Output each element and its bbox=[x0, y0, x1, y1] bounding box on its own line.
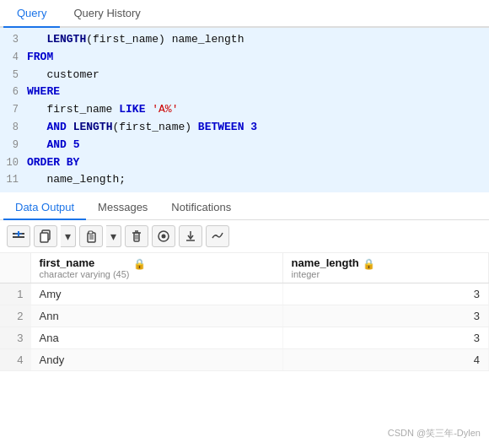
sql-text bbox=[27, 33, 46, 46]
table-row: 3Ana3 bbox=[0, 327, 489, 349]
line-content: ORDER BY bbox=[27, 154, 79, 172]
paste-dropdown-button[interactable]: ▾ bbox=[106, 225, 121, 247]
line-number: 4 bbox=[0, 50, 27, 66]
sql-line: 5 customer bbox=[0, 67, 489, 84]
sql-text: (first_name) bbox=[112, 121, 197, 133]
download-button[interactable] bbox=[179, 225, 202, 247]
filter-button[interactable] bbox=[152, 225, 175, 247]
sql-text: first_name bbox=[46, 103, 119, 116]
name-length-cell: 3 bbox=[282, 327, 488, 349]
sql-keyword: AND bbox=[46, 138, 66, 151]
sql-line: 11 name_length; bbox=[0, 171, 489, 189]
row-number-cell: 4 bbox=[0, 349, 30, 371]
line-content: AND 5 bbox=[27, 137, 79, 154]
sql-keyword: AND bbox=[46, 121, 66, 133]
add-row-button[interactable] bbox=[7, 225, 30, 247]
delete-button[interactable] bbox=[125, 225, 148, 247]
tab-notifications[interactable]: Notifications bbox=[159, 196, 243, 220]
row-number-cell: 3 bbox=[0, 327, 30, 349]
sql-text: customer bbox=[46, 68, 99, 81]
line-number: 9 bbox=[0, 138, 27, 154]
sql-line: 3 LENGTH(first_name) name_length bbox=[0, 31, 489, 49]
sql-number: 5 bbox=[73, 138, 80, 151]
svg-rect-5 bbox=[40, 233, 48, 242]
sql-editor: 3 LENGTH(first_name) name_length4FROM5 c… bbox=[0, 28, 489, 192]
row-number-cell: 1 bbox=[0, 283, 30, 305]
svg-rect-3 bbox=[15, 234, 22, 235]
table-header-row: first_name character varying (45) 🔒 name… bbox=[0, 253, 489, 283]
name-length-cell: 3 bbox=[282, 305, 488, 327]
line-content: LENGTH(first_name) name_length bbox=[27, 31, 244, 49]
line-content: name_length; bbox=[27, 171, 126, 189]
add-row-icon bbox=[12, 229, 25, 243]
sql-text bbox=[27, 103, 46, 116]
sql-line: 10ORDER BY bbox=[0, 154, 489, 172]
sql-function: LENGTH bbox=[46, 33, 86, 46]
name-length-cell: 4 bbox=[282, 349, 488, 371]
line-number: 10 bbox=[0, 155, 27, 171]
line-number: 6 bbox=[0, 84, 27, 100]
line-content: first_name LIKE 'A%' bbox=[27, 101, 178, 119]
table-row: 2Ann3 bbox=[0, 305, 489, 327]
sql-keyword: LIKE bbox=[119, 103, 145, 116]
sql-line: 9 AND 5 bbox=[0, 137, 489, 154]
sql-keyword: ORDER BY bbox=[27, 156, 79, 169]
top-tab-bar: Query Query History bbox=[0, 0, 489, 28]
line-number: 3 bbox=[0, 32, 27, 48]
svg-point-17 bbox=[162, 235, 166, 239]
col-header-first-name: first_name character varying (45) 🔒 bbox=[30, 253, 282, 283]
filter-icon bbox=[157, 229, 170, 243]
sql-line: 7 first_name LIKE 'A%' bbox=[0, 101, 489, 119]
line-number: 8 bbox=[0, 120, 27, 136]
tab-messages[interactable]: Messages bbox=[86, 196, 159, 220]
svg-rect-11 bbox=[134, 233, 139, 241]
line-number: 11 bbox=[0, 172, 27, 188]
first-name-cell: Amy bbox=[30, 283, 282, 305]
col-header-name-length: name_length integer 🔒 bbox=[282, 253, 488, 283]
watermark: CSDN @笑三年-Dylen bbox=[388, 427, 481, 440]
toolbar: ▾ ▾ bbox=[0, 220, 489, 253]
bottom-tab-bar: Data Output Messages Notifications bbox=[0, 196, 489, 220]
sql-text: (first_name) name_length bbox=[86, 33, 244, 46]
sql-number: 3 bbox=[250, 121, 257, 133]
line-content: WHERE bbox=[27, 84, 60, 101]
sql-text bbox=[67, 121, 73, 133]
download-icon bbox=[184, 229, 197, 243]
chart-icon bbox=[211, 229, 224, 243]
first-name-cell: Andy bbox=[30, 349, 282, 371]
data-output-table: first_name character varying (45) 🔒 name… bbox=[0, 253, 489, 371]
paste-icon bbox=[84, 229, 98, 243]
sql-line: 6WHERE bbox=[0, 84, 489, 101]
sql-text bbox=[67, 138, 73, 151]
sql-keyword: FROM bbox=[27, 51, 53, 63]
sql-line: 4FROM bbox=[0, 49, 489, 67]
line-content: FROM bbox=[27, 49, 53, 67]
tab-query-history[interactable]: Query History bbox=[60, 0, 153, 28]
line-content: customer bbox=[27, 67, 99, 84]
copy-icon bbox=[39, 229, 52, 243]
svg-rect-7 bbox=[89, 231, 93, 234]
sql-text bbox=[27, 121, 46, 133]
tab-data-output[interactable]: Data Output bbox=[3, 196, 86, 220]
row-number-cell: 2 bbox=[0, 305, 30, 327]
line-content: AND LENGTH(first_name) BETWEEN 3 bbox=[27, 119, 257, 137]
paste-button[interactable] bbox=[79, 225, 103, 247]
delete-icon bbox=[130, 229, 143, 243]
sql-text bbox=[27, 68, 46, 81]
sql-line: 8 AND LENGTH(first_name) BETWEEN 3 bbox=[0, 119, 489, 137]
sql-keyword: BETWEEN bbox=[198, 121, 244, 133]
line-number: 5 bbox=[0, 67, 27, 84]
table-row: 1Amy3 bbox=[0, 283, 489, 305]
chart-button[interactable] bbox=[206, 225, 229, 247]
first-name-cell: Ann bbox=[30, 305, 282, 327]
table-row: 4Andy4 bbox=[0, 349, 489, 371]
svg-rect-1 bbox=[13, 236, 24, 238]
copy-dropdown-button[interactable]: ▾ bbox=[61, 225, 76, 247]
sql-text bbox=[27, 138, 46, 151]
copy-button[interactable] bbox=[34, 225, 57, 247]
col-header-rownum bbox=[0, 253, 30, 283]
tab-query[interactable]: Query bbox=[3, 0, 60, 28]
lock-icon-first-name: 🔒 bbox=[133, 258, 146, 270]
first-name-cell: Ana bbox=[30, 327, 282, 349]
sql-string: 'A%' bbox=[152, 103, 178, 116]
